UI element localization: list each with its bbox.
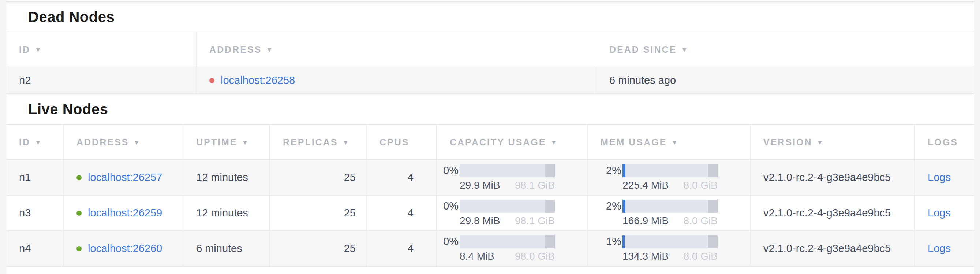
logs-link[interactable]: Logs xyxy=(928,171,951,183)
dead-nodes-title: Dead Nodes xyxy=(6,2,974,32)
live-column-header-id[interactable]: ID ▼ xyxy=(6,125,64,159)
capacity-usage-bar xyxy=(460,235,555,249)
nodes-overview-page: Dead Nodes ID ▼ ADDRESS ▼ DEAD SINCE ▼ n… xyxy=(0,0,980,274)
uptime-cell: 6 minutes xyxy=(183,231,270,266)
node-address-cell: localhost:26259 xyxy=(64,196,183,230)
live-nodes-section: Live Nodes ID ▼ ADDRESS ▼ UPTIME ▼ REPLI… xyxy=(6,94,974,267)
mem-total-value: 8.0 GiB xyxy=(684,250,718,262)
version-cell: v2.1.0-rc.2-4-g3e9a4e9bc5 xyxy=(751,196,915,230)
sort-desc-icon: ▼ xyxy=(35,139,43,147)
live-column-header-logs: LOGS xyxy=(915,125,974,159)
cpus-cell: 4 xyxy=(367,196,437,230)
mem-used-value: 134.3 MiB xyxy=(622,250,668,262)
node-id-cell: n3 xyxy=(6,196,64,230)
sort-desc-icon: ▼ xyxy=(817,139,824,147)
capacity-total-value: 98.1 GiB xyxy=(515,180,555,191)
bar-reserved-segment xyxy=(545,235,555,249)
capacity-usage-bar xyxy=(460,200,555,213)
capacity-used-value: 8.4 MiB xyxy=(460,250,495,262)
bar-used-segment xyxy=(622,200,625,213)
table-row: n3 localhost:26259 12 minutes 25 4 0% 29… xyxy=(6,196,974,231)
sort-desc-icon: ▼ xyxy=(133,139,141,147)
logs-link[interactable]: Logs xyxy=(928,207,951,219)
live-nodes-title: Live Nodes xyxy=(6,94,974,124)
capacity-usage-cell: 0% 29.8 MiB 98.1 GiB xyxy=(437,196,588,230)
sort-desc-icon: ▼ xyxy=(342,139,350,147)
dead-nodes-header-row: ID ▼ ADDRESS ▼ DEAD SINCE ▼ xyxy=(6,32,974,67)
live-status-icon xyxy=(76,246,82,251)
bar-reserved-segment xyxy=(708,164,718,177)
dead-status-icon xyxy=(209,78,215,83)
mem-used-value: 225.4 MiB xyxy=(622,180,668,191)
sort-desc-icon: ▼ xyxy=(681,46,689,54)
logs-link[interactable]: Logs xyxy=(928,242,951,255)
node-address-cell: localhost:26257 xyxy=(64,160,183,195)
node-id-cell: n4 xyxy=(6,231,64,266)
capacity-pct-label: 0% xyxy=(443,164,458,177)
replicas-cell: 25 xyxy=(270,160,367,195)
capacity-usage-bar xyxy=(460,164,555,177)
live-nodes-rows: n1 localhost:26257 12 minutes 25 4 0% 29… xyxy=(6,160,974,267)
live-column-header-address[interactable]: ADDRESS ▼ xyxy=(64,125,183,159)
dead-column-header-address[interactable]: ADDRESS ▼ xyxy=(197,32,597,67)
cpus-cell: 4 xyxy=(367,160,437,195)
dead-column-header-id[interactable]: ID ▼ xyxy=(6,32,197,67)
logs-cell: Logs xyxy=(915,160,974,195)
live-nodes-header-row: ID ▼ ADDRESS ▼ UPTIME ▼ REPLICAS ▼ CPUS xyxy=(6,124,974,160)
live-column-header-cpus: CPUS xyxy=(367,125,437,159)
capacity-used-value: 29.8 MiB xyxy=(460,215,500,227)
mem-usage-bar xyxy=(622,200,718,213)
node-address-cell: localhost:26260 xyxy=(64,231,183,266)
capacity-used-value: 29.9 MiB xyxy=(460,180,500,191)
bar-reserved-segment xyxy=(545,164,555,177)
live-column-header-version[interactable]: VERSION ▼ xyxy=(751,125,915,159)
node-address-link[interactable]: localhost:26257 xyxy=(88,171,162,183)
live-column-header-uptime[interactable]: UPTIME ▼ xyxy=(183,125,270,159)
cpus-cell: 4 xyxy=(367,231,437,266)
mem-total-value: 8.0 GiB xyxy=(684,180,718,191)
sort-desc-icon: ▼ xyxy=(266,46,274,54)
version-cell: v2.1.0-rc.2-4-g3e9a4e9bc5 xyxy=(751,160,915,195)
live-status-icon xyxy=(76,175,82,180)
mem-pct-label: 2% xyxy=(606,164,621,177)
node-address-link[interactable]: localhost:26259 xyxy=(88,207,162,219)
mem-usage-cell: 2% 225.4 MiB 8.0 GiB xyxy=(588,160,751,195)
capacity-usage-cell: 0% 29.9 MiB 98.1 GiB xyxy=(437,160,588,195)
node-id-cell: n1 xyxy=(6,160,64,195)
node-address-cell: localhost:26258 xyxy=(197,67,597,93)
mem-usage-cell: 2% 166.9 MiB 8.0 GiB xyxy=(588,196,751,230)
logs-cell: Logs xyxy=(915,196,974,230)
mem-usage-cell: 1% 134.3 MiB 8.0 GiB xyxy=(588,231,751,266)
dead-nodes-section: Dead Nodes ID ▼ ADDRESS ▼ DEAD SINCE ▼ n… xyxy=(6,2,974,94)
sort-desc-icon: ▼ xyxy=(671,139,679,147)
capacity-pct-label: 0% xyxy=(443,236,458,248)
mem-total-value: 8.0 GiB xyxy=(684,215,718,227)
content-panel: Dead Nodes ID ▼ ADDRESS ▼ DEAD SINCE ▼ n… xyxy=(6,0,974,274)
capacity-total-value: 98.0 GiB xyxy=(515,250,555,262)
uptime-cell: 12 minutes xyxy=(183,160,270,195)
dead-column-header-dead-since[interactable]: DEAD SINCE ▼ xyxy=(597,32,974,67)
mem-used-value: 166.9 MiB xyxy=(622,215,668,227)
table-row: n4 localhost:26260 6 minutes 25 4 0% 8.4… xyxy=(6,231,974,267)
node-address-link[interactable]: localhost:26258 xyxy=(221,74,295,86)
replicas-cell: 25 xyxy=(270,231,367,266)
live-column-header-mem-usage[interactable]: MEM USAGE ▼ xyxy=(588,125,751,159)
bar-used-segment xyxy=(622,235,625,249)
mem-pct-label: 1% xyxy=(606,236,621,248)
replicas-cell: 25 xyxy=(270,196,367,230)
live-column-header-capacity-usage[interactable]: CAPACITY USAGE ▼ xyxy=(437,125,588,159)
live-status-icon xyxy=(76,210,82,216)
bar-reserved-segment xyxy=(708,235,718,249)
dead-since-cell: 6 minutes ago xyxy=(597,67,974,93)
mem-usage-bar xyxy=(622,235,718,249)
sort-desc-icon: ▼ xyxy=(550,139,558,147)
bar-reserved-segment xyxy=(545,200,555,213)
bar-used-segment xyxy=(622,164,625,177)
table-row-dead-n2: n2 localhost:26258 6 minutes ago xyxy=(6,67,974,94)
live-column-header-replicas[interactable]: REPLICAS ▼ xyxy=(270,125,367,159)
node-address-link[interactable]: localhost:26260 xyxy=(88,242,162,255)
capacity-pct-label: 0% xyxy=(443,200,458,212)
uptime-cell: 12 minutes xyxy=(183,196,270,230)
table-row: n1 localhost:26257 12 minutes 25 4 0% 29… xyxy=(6,160,974,196)
node-id-cell: n2 xyxy=(6,67,197,93)
